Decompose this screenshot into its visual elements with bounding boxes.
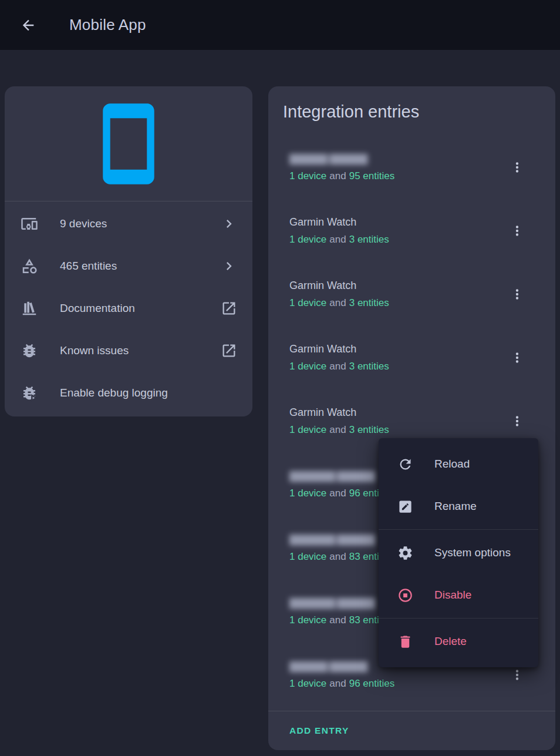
subtitle-conjunction: and <box>329 234 346 245</box>
subtitle-conjunction: and <box>329 678 346 689</box>
bug-play-icon <box>20 384 39 402</box>
bug-icon <box>20 341 39 360</box>
menu-item-label: Delete <box>434 635 467 648</box>
subtitle-conjunction: and <box>329 488 346 499</box>
context-menu-item[interactable]: Rename <box>379 485 538 527</box>
entities-link[interactable]: 3 entities <box>349 297 389 308</box>
entry-name: Garmin Watch <box>289 343 499 356</box>
entities-link[interactable]: 96 entities <box>349 678 395 689</box>
entry-menu-button[interactable] <box>503 344 531 372</box>
menu-divider <box>379 529 538 530</box>
info-row-label: Documentation <box>60 302 221 315</box>
integration-entry-row: Garmin Watch 1 deviceand3 entities <box>268 263 555 326</box>
devices-link[interactable]: 1 device <box>289 488 326 499</box>
entry-menu-button[interactable] <box>503 407 531 435</box>
context-menu-item[interactable]: Delete <box>379 620 538 663</box>
info-row-label: 9 devices <box>60 217 221 230</box>
menu-item-label: System options <box>434 546 511 559</box>
arrow-left-icon <box>20 17 36 33</box>
entities-link[interactable]: 3 entities <box>349 424 389 435</box>
stop-circle-icon <box>397 587 413 603</box>
page-title: Mobile App <box>69 16 146 34</box>
dots-vertical-icon <box>510 223 525 238</box>
chevron-right-icon <box>221 216 237 232</box>
shapes-icon <box>20 257 39 275</box>
back-button[interactable] <box>14 11 42 39</box>
dots-vertical-icon <box>510 287 525 302</box>
entry-subtitle: 1 deviceand3 entities <box>289 361 499 372</box>
entry-subtitle: 1 deviceand3 entities <box>289 424 499 436</box>
devices-link[interactable]: 1 device <box>289 678 326 689</box>
info-row[interactable]: Documentation <box>5 287 252 330</box>
devices-link[interactable]: 1 device <box>289 170 326 182</box>
menu-item-label: Rename <box>434 500 477 513</box>
integration-entry-row: ▇▇▇▇▇ ▇▇▇▇▇ 1 deviceand95 entities <box>268 136 555 199</box>
rename-icon <box>397 499 413 515</box>
cog-icon <box>397 545 413 561</box>
entry-context-menu: Reload Rename System options Disable Del… <box>379 438 538 667</box>
integration-entry-row: Garmin Watch 1 deviceand3 entities <box>268 326 555 389</box>
entry-subtitle: 1 deviceand3 entities <box>289 234 499 246</box>
delete-icon <box>397 634 413 650</box>
cellphone-icon <box>85 100 173 188</box>
bookshelf-icon <box>20 299 39 318</box>
dots-vertical-icon <box>510 667 525 683</box>
menu-item-label: Reload <box>434 458 470 471</box>
entry-name: Garmin Watch <box>289 216 499 229</box>
open-in-new-icon <box>221 342 237 359</box>
info-row[interactable]: 9 devices <box>5 203 252 245</box>
context-menu-item[interactable]: System options <box>379 532 538 574</box>
reload-icon <box>397 456 413 472</box>
devices-link[interactable]: 1 device <box>289 234 326 245</box>
devices-icon <box>20 214 39 233</box>
app-header: Mobile App <box>0 0 560 50</box>
entries-card-footer: ADD ENTRY <box>268 711 555 750</box>
entry-name: Garmin Watch <box>289 280 499 293</box>
info-row[interactable]: Known issues <box>5 330 252 372</box>
entry-menu-button[interactable] <box>503 280 531 308</box>
devices-link[interactable]: 1 device <box>289 361 326 372</box>
menu-item-label: Disable <box>434 589 471 602</box>
entities-link[interactable]: 95 entities <box>349 170 395 182</box>
context-menu-item[interactable]: Reload <box>379 443 538 485</box>
dots-vertical-icon <box>510 350 525 365</box>
entry-menu-button[interactable] <box>503 217 531 245</box>
info-row[interactable]: Enable debug logging <box>5 372 252 414</box>
devices-link[interactable]: 1 device <box>289 551 326 562</box>
entries-card-title: Integration entries <box>268 86 555 122</box>
devices-link[interactable]: 1 device <box>289 297 326 308</box>
info-row-label: Enable debug logging <box>60 387 237 399</box>
subtitle-conjunction: and <box>329 297 346 308</box>
entry-name: ▇▇▇▇▇ ▇▇▇▇▇ <box>289 153 401 166</box>
dots-vertical-icon <box>510 414 525 429</box>
info-row-label: Known issues <box>60 344 221 357</box>
entry-menu-button[interactable] <box>503 153 531 182</box>
integration-entry-row: Garmin Watch 1 deviceand3 entities <box>268 199 555 263</box>
info-row-label: 465 entities <box>60 260 221 273</box>
subtitle-conjunction: and <box>329 551 346 562</box>
devices-link[interactable]: 1 device <box>289 424 326 435</box>
subtitle-conjunction: and <box>329 424 346 435</box>
info-row[interactable]: 465 entities <box>5 245 252 287</box>
devices-link[interactable]: 1 device <box>289 614 326 626</box>
open-in-new-icon <box>221 300 237 317</box>
integration-info-card: 9 devices 465 entities Documentation Kno… <box>5 86 252 416</box>
entry-subtitle: 1 deviceand3 entities <box>289 297 499 309</box>
subtitle-conjunction: and <box>329 614 346 626</box>
context-menu-item[interactable]: Disable <box>379 574 538 616</box>
integration-icon-section <box>5 86 252 201</box>
entities-link[interactable]: 3 entities <box>349 234 389 245</box>
add-entry-button[interactable]: ADD ENTRY <box>289 725 349 736</box>
subtitle-conjunction: and <box>329 170 346 182</box>
entry-subtitle: 1 deviceand96 entities <box>289 678 499 690</box>
info-row-list: 9 devices 465 entities Documentation Kno… <box>5 201 252 416</box>
chevron-right-icon <box>221 258 237 274</box>
menu-divider <box>379 618 538 619</box>
entry-name: Garmin Watch <box>289 406 499 419</box>
entities-link[interactable]: 3 entities <box>349 361 389 372</box>
dots-vertical-icon <box>510 160 525 175</box>
entry-subtitle: 1 deviceand95 entities <box>289 170 499 182</box>
subtitle-conjunction: and <box>329 361 346 372</box>
